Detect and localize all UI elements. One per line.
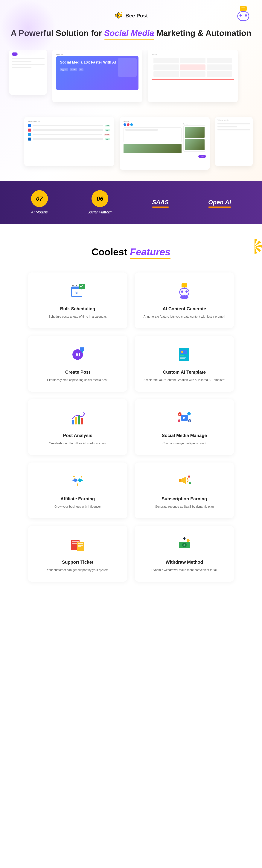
feature-name: Custom AI Template xyxy=(142,370,226,375)
bot-mascot-icon xyxy=(232,4,255,26)
stats-bar: 07 AI Models 06 Social Platform SAAS Ope… xyxy=(0,181,262,224)
hero-highlight: Social Media xyxy=(104,28,154,38)
feature-card: Withdraw Method Dynamic withdrawal make … xyxy=(135,526,234,582)
feature-name: Bulk Scheduling xyxy=(36,306,120,311)
svg-marker-10 xyxy=(117,16,120,19)
feature-card: AI Content Generate AI generate feature … xyxy=(135,273,234,328)
feature-card: Post Analysis One dashboard for all soci… xyxy=(28,399,127,455)
bot-icon xyxy=(175,282,194,301)
feature-desc: One dashboard for all social media accou… xyxy=(36,441,120,445)
stat-openai: Open AI xyxy=(208,199,231,206)
svg-point-11 xyxy=(121,12,122,13)
stat-platforms: 06 Social Platform xyxy=(87,190,113,214)
screenshots-row-1: ••• ● Bee Post— — — — Social Media 10x F… xyxy=(0,50,262,110)
feature-card: Bulk Scheduling Schedule posts ahead of … xyxy=(28,273,127,328)
feature-desc: Can be manage multiple account xyxy=(142,441,226,445)
feature-name: AI Content Generate xyxy=(142,306,226,311)
megaphone-icon xyxy=(175,472,194,491)
screenshot-landing: ● Bee Post— — — — Social Media 10x Faste… xyxy=(52,50,142,102)
ticket-icon xyxy=(68,535,87,554)
feature-desc: Dynamic withdrawal make more convenient … xyxy=(142,568,226,572)
feature-card: Subscription Earning Generate revenue as… xyxy=(135,463,234,518)
template-icon xyxy=(175,345,194,364)
screenshot-composer: Welcome Preview Post xyxy=(120,117,210,169)
feature-name: Support Ticket xyxy=(36,560,120,565)
features-title: Coolest Features xyxy=(15,246,247,257)
chart-icon xyxy=(68,408,87,427)
svg-marker-8 xyxy=(115,14,117,17)
svg-point-2 xyxy=(245,14,247,17)
screenshot-accounts: Welcome, Bee User Active Active Inactive… xyxy=(24,117,114,166)
feature-name: Create Post xyxy=(36,370,120,375)
svg-marker-9 xyxy=(120,14,122,17)
bee-icon xyxy=(114,11,123,20)
feature-desc: Your customer can get support by your sy… xyxy=(36,568,120,572)
screenshots-row-2: Welcome, Bee User Active Active Inactive… xyxy=(0,110,262,181)
stat-number: 07 xyxy=(31,190,48,207)
money-icon xyxy=(175,535,194,554)
brand-logo: Bee Post xyxy=(0,11,262,20)
feature-desc: Schedule posts ahead of time in a calend… xyxy=(36,314,120,319)
svg-rect-3 xyxy=(240,6,247,11)
feature-name: Social Media Manage xyxy=(142,433,226,438)
feature-name: Affiliate Earning xyxy=(36,496,120,501)
feature-desc: Grow your business with influencer xyxy=(36,504,120,509)
feature-card: Affiliate Earning Grow your business wit… xyxy=(28,463,127,518)
brand-name: Bee Post xyxy=(125,13,148,19)
features-grid: Bulk Scheduling Schedule posts ahead of … xyxy=(28,273,234,582)
screenshot-calendar: Welcome xyxy=(148,50,238,102)
calendar-check-icon xyxy=(68,282,87,301)
feature-desc: Effortlessly craft captivating social me… xyxy=(36,378,120,382)
handshake-icon xyxy=(68,472,87,491)
stat-saas: SAAS xyxy=(152,199,169,206)
svg-rect-0 xyxy=(238,11,249,21)
feature-card: Support Ticket Your customer can get sup… xyxy=(28,526,127,582)
stat-ai-models: 07 AI Models xyxy=(31,190,48,214)
svg-point-1 xyxy=(239,14,242,17)
feature-name: Withdraw Method xyxy=(142,560,226,565)
feature-desc: Generate revenue as SaaS by dynamic plan xyxy=(142,504,226,509)
social-icon xyxy=(175,408,194,427)
feature-desc: Accelerate Your Content Creation with a … xyxy=(142,378,226,382)
stat-number: 06 xyxy=(91,190,108,207)
feature-card: Social Media Manage Can be manage multip… xyxy=(135,399,234,455)
screenshot-dashboard-partial: ••• xyxy=(9,50,47,95)
feature-desc: AI generate feature lets you create cont… xyxy=(142,314,226,319)
hero-title: A Powerful Solution for Social Media Mar… xyxy=(0,28,262,38)
feature-card: Create Post Effortlessly craft captivati… xyxy=(28,336,127,392)
features-section: Coolest Features Bulk Scheduling Schedul… xyxy=(0,224,262,604)
ai-sparkle-icon xyxy=(68,345,87,364)
feature-card: Custom AI Template Accelerate Your Conte… xyxy=(135,336,234,392)
feature-name: Post Analysis xyxy=(36,433,120,438)
svg-marker-7 xyxy=(117,12,120,16)
feature-name: Subscription Earning xyxy=(142,496,226,501)
screenshot-partial-right: Welcome, John Doe xyxy=(215,117,253,166)
hero-section: Bee Post A Powerful Solution for Social … xyxy=(0,0,262,181)
